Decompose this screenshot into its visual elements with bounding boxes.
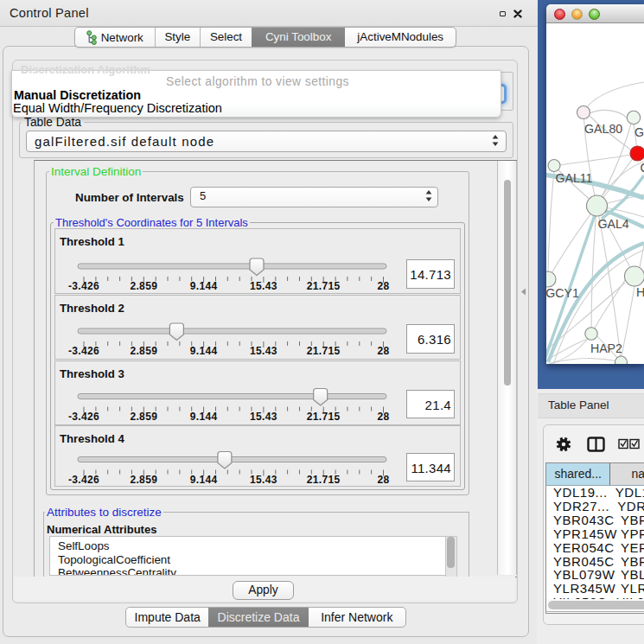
svg-text:-3.426: -3.426 [68,345,99,357]
svg-text:15.43: 15.43 [250,474,277,486]
svg-text:21.715: 21.715 [307,474,341,486]
svg-text:2.859: 2.859 [130,474,157,486]
svg-text:H: H [636,285,644,299]
svg-text:28: 28 [377,411,389,423]
svg-text:GAL4: GAL4 [597,217,628,231]
svg-text:2.859: 2.859 [130,345,157,357]
svg-text:9.144: 9.144 [190,280,218,292]
svg-text:9.144: 9.144 [190,411,218,423]
svg-text:GCY1: GCY1 [546,286,579,300]
svg-text:GAL11: GAL11 [555,171,592,185]
svg-text:21.715: 21.715 [307,280,341,292]
svg-text:15.43: 15.43 [250,345,277,357]
svg-text:HAP2: HAP2 [590,341,622,355]
svg-text:GAL80: GAL80 [584,122,622,136]
svg-text:9.144: 9.144 [190,474,218,486]
svg-text:28: 28 [377,280,389,292]
svg-text:-3.426: -3.426 [68,474,99,486]
svg-text:-3.426: -3.426 [68,280,99,292]
svg-text:GA: GA [634,125,644,139]
svg-text:-3.426: -3.426 [68,411,99,423]
svg-text:28: 28 [377,474,389,486]
svg-text:21.715: 21.715 [307,411,341,423]
svg-text:2.859: 2.859 [130,280,157,292]
svg-text:15.43: 15.43 [250,280,277,292]
svg-text:2.859: 2.859 [130,411,157,423]
svg-text:9.144: 9.144 [190,345,218,357]
svg-text:15.43: 15.43 [250,411,277,423]
svg-text:C: C [641,161,644,175]
svg-text:28: 28 [377,345,389,357]
svg-text:21.715: 21.715 [307,345,341,357]
